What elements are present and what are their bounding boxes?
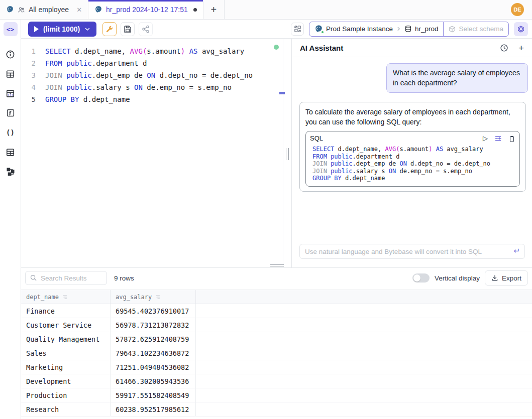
batch-query-icon bbox=[294, 25, 301, 33]
info-icon[interactable] bbox=[6, 49, 16, 59]
unsaved-dot-icon bbox=[193, 8, 197, 12]
column-header-avg-salary[interactable]: avg_salary bbox=[111, 290, 196, 304]
views-icon[interactable] bbox=[6, 147, 16, 157]
code-block-language-label: SQL bbox=[310, 134, 323, 144]
new-chat-plus-icon[interactable]: + bbox=[518, 43, 524, 53]
table-cell[interactable]: 57872.625912408759 bbox=[111, 332, 196, 346]
schema-cube-icon bbox=[449, 26, 456, 33]
schema-diagram-icon[interactable] bbox=[6, 167, 16, 177]
format-sql-button[interactable] bbox=[102, 22, 117, 36]
openai-icon bbox=[517, 25, 525, 33]
ai-code-block: SQL ▷ SELECT d.dept_name, AVG(s.amount) … bbox=[305, 131, 520, 186]
database-icon bbox=[404, 25, 412, 33]
table-cell-filler bbox=[196, 374, 532, 388]
postgres-icon bbox=[314, 25, 323, 33]
table-row[interactable]: Quality Management57872.625912408759 bbox=[21, 332, 532, 346]
instance-database-selector[interactable]: Prod Sample Instance hr_prod bbox=[309, 22, 443, 36]
table-cell-filler bbox=[196, 402, 532, 416]
table-cell[interactable]: Finance bbox=[21, 304, 111, 318]
table-cell[interactable]: Development bbox=[21, 374, 111, 388]
table-cell[interactable]: Sales bbox=[21, 346, 111, 360]
functions-icon[interactable] bbox=[6, 108, 16, 118]
user-avatar[interactable]: DE bbox=[511, 3, 524, 16]
run-query-button[interactable]: (limit 1000) bbox=[28, 22, 96, 37]
table-cell[interactable]: Marketing bbox=[21, 360, 111, 374]
table-cell[interactable]: 71251.049484536082 bbox=[111, 360, 196, 374]
copy-icon[interactable] bbox=[508, 135, 515, 143]
table-row[interactable]: Finance69545.402376910017 bbox=[21, 304, 532, 318]
postgres-icon bbox=[94, 6, 102, 14]
editor-scrollbar-thumb[interactable] bbox=[279, 92, 285, 94]
table-cell[interactable]: Production bbox=[21, 388, 111, 402]
table-cell[interactable]: 60238.952517985612 bbox=[111, 402, 196, 416]
panel-resize-handle-vertical[interactable] bbox=[286, 148, 289, 160]
instance-status-dot bbox=[321, 31, 324, 34]
postgres-icon bbox=[6, 6, 14, 14]
wrench-icon bbox=[105, 25, 114, 33]
vertical-display-toggle[interactable] bbox=[412, 273, 430, 283]
tab-all-employee[interactable]: All employee ✕ bbox=[0, 0, 88, 19]
ai-assistant-header: AI Assistant + bbox=[292, 39, 532, 57]
table-cell-filler bbox=[196, 388, 532, 402]
editor-toolbar: (limit 1000) Prod Sample I bbox=[21, 20, 532, 39]
ai-input-row: ↵ bbox=[299, 244, 525, 259]
table-cell[interactable]: Customer Service bbox=[21, 318, 111, 332]
database-name: hr_prod bbox=[415, 25, 439, 33]
insert-into-editor-icon[interactable] bbox=[494, 135, 502, 143]
tab-label: hr_prod 2024-10-12 17:51 bbox=[106, 6, 188, 14]
add-tab-button[interactable]: + bbox=[203, 0, 225, 19]
procedures-icon[interactable]: () bbox=[6, 127, 16, 137]
table-cell[interactable]: Research bbox=[21, 402, 111, 416]
vertical-display-label: Vertical display bbox=[435, 274, 480, 282]
results-table-body: Finance69545.402376910017Customer Servic… bbox=[21, 304, 532, 416]
export-label: Export bbox=[502, 274, 521, 282]
share-sheet-button[interactable] bbox=[139, 22, 153, 36]
table-row[interactable]: Development61466.302005943536 bbox=[21, 374, 532, 388]
ai-natural-language-input[interactable] bbox=[299, 244, 525, 259]
sql-editor[interactable]: 1SELECT d.dept_name, AVG(s.amount) AS av… bbox=[21, 39, 283, 267]
results-panel: 9 rows Vertical display Export dept_name… bbox=[21, 267, 532, 419]
connection-health-dot bbox=[274, 45, 279, 50]
save-sheet-button[interactable] bbox=[121, 22, 135, 36]
user-message-bubble: What is the average salary of employees … bbox=[386, 63, 528, 93]
results-table: dept_name avg_salary Finance69545.402376… bbox=[21, 290, 532, 416]
share-icon bbox=[142, 25, 150, 33]
batch-mode-button[interactable] bbox=[291, 23, 304, 36]
tab-label: All employee bbox=[29, 6, 69, 14]
chevron-down-icon bbox=[84, 26, 90, 32]
tab-hr-prod[interactable]: hr_prod 2024-10-12 17:51 bbox=[88, 0, 203, 19]
run-code-icon[interactable]: ▷ bbox=[483, 134, 488, 144]
ai-assistant-panel: AI Assistant + What is the average salar… bbox=[291, 39, 532, 267]
save-icon bbox=[124, 25, 132, 33]
assistant-message-text: To calculate the average salary of emplo… bbox=[305, 108, 510, 126]
sql-editor-toggle-button[interactable]: <> bbox=[4, 22, 18, 36]
history-clock-icon[interactable] bbox=[500, 44, 508, 52]
close-icon[interactable]: ✕ bbox=[76, 6, 82, 14]
ai-assistant-button[interactable] bbox=[514, 22, 528, 36]
export-button[interactable]: Export bbox=[485, 270, 528, 286]
shared-people-icon bbox=[18, 6, 25, 14]
table-cell[interactable]: 61466.302005943536 bbox=[111, 374, 196, 388]
table-row[interactable]: Marketing71251.049484536082 bbox=[21, 360, 532, 374]
table-cell[interactable]: 56978.731213872832 bbox=[111, 318, 196, 332]
table-row[interactable]: Sales79643.102234636872 bbox=[21, 346, 532, 360]
table-cell[interactable]: Quality Management bbox=[21, 332, 111, 346]
search-results-input[interactable] bbox=[25, 271, 107, 285]
panel-resize-handle-horizontal[interactable] bbox=[270, 264, 284, 267]
column-header-dept-name[interactable]: dept_name bbox=[21, 290, 111, 304]
table-row[interactable]: Research60238.952517985612 bbox=[21, 402, 532, 416]
table-cell[interactable]: 59917.551582408549 bbox=[111, 388, 196, 402]
sort-icon[interactable] bbox=[155, 294, 161, 300]
table-row[interactable]: Customer Service56978.731213872832 bbox=[21, 318, 532, 332]
schema-selector[interactable]: Select schema bbox=[443, 22, 508, 36]
sql-editor-code[interactable]: 1SELECT d.dept_name, AVG(s.amount) AS av… bbox=[21, 39, 283, 105]
table-row[interactable]: Production59917.551582408549 bbox=[21, 388, 532, 402]
results-table-header: dept_name avg_salary bbox=[21, 290, 532, 304]
table-cell-filler bbox=[196, 332, 532, 346]
external-tables-icon[interactable] bbox=[6, 88, 16, 98]
table-cell[interactable]: 69545.402376910017 bbox=[111, 304, 196, 318]
tables-icon[interactable] bbox=[6, 69, 16, 79]
column-header-filler bbox=[196, 290, 532, 304]
table-cell[interactable]: 79643.102234636872 bbox=[111, 346, 196, 360]
sort-icon[interactable] bbox=[62, 294, 68, 300]
